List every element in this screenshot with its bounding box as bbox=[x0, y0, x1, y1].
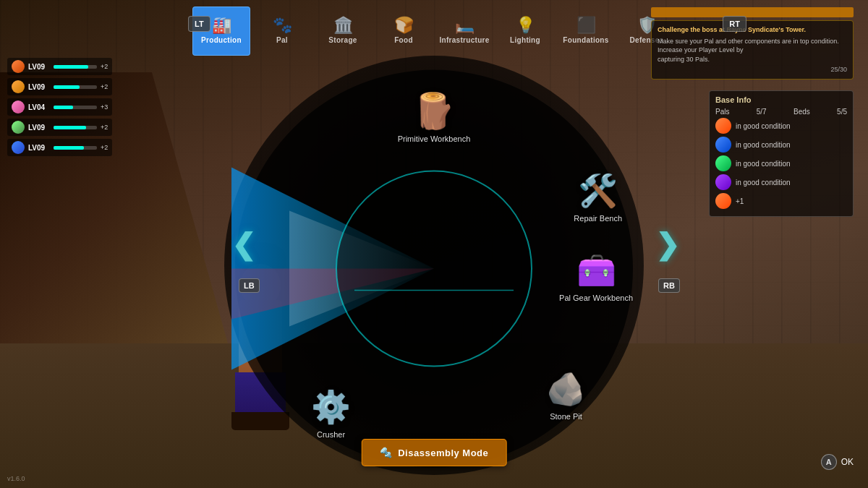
foundations-icon: ⬛ bbox=[576, 17, 596, 33]
nav-item-pal[interactable]: 🐾 Pal bbox=[253, 7, 311, 56]
crusher-icon: ⚙️ bbox=[307, 387, 354, 427]
pal-status-5: +1 bbox=[715, 193, 847, 209]
pals-label: Pals bbox=[715, 108, 729, 116]
stat-bar-container-5 bbox=[54, 146, 97, 150]
radial-menu-container: 🪵 Primitive Workbench 🛠️ Repair Bench 🧰 … bbox=[231, 66, 637, 471]
pal-gear-workbench-icon: 🧰 bbox=[573, 250, 620, 290]
pal-status-text-5: +1 bbox=[736, 197, 744, 205]
ok-key: A bbox=[821, 454, 837, 470]
pal-status-text-3: in good condition bbox=[736, 160, 791, 168]
rb-button[interactable]: RB bbox=[658, 278, 680, 293]
nav-item-storage[interactable]: 🏛️ Storage bbox=[314, 7, 372, 56]
nav-label-production: Production bbox=[201, 36, 242, 44]
quest-title: Challenge the boss at Rayne Syndicate's … bbox=[658, 25, 847, 35]
pal-avatar-3 bbox=[715, 155, 731, 171]
pal-avatar-5 bbox=[715, 193, 731, 209]
disassembly-label: Disassembly Mode bbox=[398, 448, 488, 458]
storage-icon: 🏛️ bbox=[333, 17, 353, 33]
pal-avatar-1 bbox=[715, 118, 731, 134]
stat-bar-container-1 bbox=[54, 65, 97, 69]
nav-item-foundations[interactable]: ⬛ Foundations bbox=[557, 7, 615, 56]
pal-gear-workbench-label: Pal Gear Workbench bbox=[559, 293, 633, 301]
nav-item-food[interactable]: 🍞 Food bbox=[375, 7, 433, 56]
stat-value-2: +2 bbox=[101, 83, 108, 90]
stone-pit-icon: 🪨 bbox=[542, 369, 590, 408]
stat-level-5: LV09 bbox=[28, 144, 50, 152]
production-icon: 🏭 bbox=[212, 17, 231, 33]
crusher-label: Crusher bbox=[317, 429, 345, 438]
left-arrow-button[interactable]: ❮ bbox=[231, 228, 256, 261]
stat-row-3: LV04 +3 bbox=[7, 98, 112, 116]
stat-bar-2 bbox=[54, 85, 80, 89]
pal-avatar-2 bbox=[715, 137, 731, 153]
stat-avatar-5 bbox=[12, 141, 25, 154]
quest-text-box: Challenge the boss at Rayne Syndicate's … bbox=[651, 20, 854, 80]
svg-point-1 bbox=[336, 171, 532, 366]
radial-item-primitive-workbench[interactable]: 🪵 Primitive Workbench bbox=[398, 91, 471, 142]
nav-item-lighting[interactable]: 💡 Lighting bbox=[496, 7, 554, 56]
pal-status-text-4: in good condition bbox=[736, 179, 791, 187]
beds-value: 5/5 bbox=[837, 108, 847, 116]
repair-bench-label: Repair Bench bbox=[574, 213, 622, 222]
primitive-workbench-icon: 🪵 bbox=[410, 91, 457, 131]
pal-icon: 🐾 bbox=[273, 17, 292, 33]
nav-label-food: Food bbox=[394, 36, 413, 44]
quest-progress: 25/30 bbox=[658, 65, 847, 74]
pal-status-text-1: in good condition bbox=[736, 122, 791, 130]
quest-desc: Make sure your Pal and other components … bbox=[658, 37, 847, 64]
nav-label-lighting: Lighting bbox=[510, 36, 540, 44]
base-info-panel: Base Info Pals 5/7 Beds 5/5 in good cond… bbox=[709, 90, 854, 217]
disassembly-icon: 🔩 bbox=[380, 447, 393, 458]
stat-value-1: +2 bbox=[101, 63, 108, 70]
quest-progress-bar bbox=[651, 7, 854, 17]
stat-avatar-3 bbox=[12, 100, 25, 114]
stat-value-3: +3 bbox=[101, 103, 108, 111]
stat-level-3: LV04 bbox=[28, 103, 50, 111]
stat-avatar-2 bbox=[12, 80, 25, 93]
stat-bar-container-2 bbox=[54, 85, 97, 89]
nav-label-foundations: Foundations bbox=[563, 36, 608, 44]
radial-item-stone-pit[interactable]: 🪨 Stone Pit bbox=[542, 369, 590, 420]
nav-label-pal: Pal bbox=[276, 36, 288, 44]
nav-item-infrastructure[interactable]: 🛏️ Infrastructure bbox=[435, 7, 493, 56]
radial-item-pal-gear-workbench[interactable]: 🧰 Pal Gear Workbench bbox=[559, 250, 633, 301]
radial-item-repair-bench[interactable]: 🛠️ Repair Bench bbox=[574, 171, 622, 222]
stat-bar-1 bbox=[54, 65, 88, 69]
ok-button[interactable]: A OK bbox=[821, 454, 854, 470]
food-icon: 🍞 bbox=[394, 17, 414, 33]
pal-status-2: in good condition bbox=[715, 137, 847, 153]
lt-button[interactable]: LT bbox=[188, 16, 210, 32]
pal-status-text-2: in good condition bbox=[736, 141, 791, 149]
repair-bench-icon: 🛠️ bbox=[574, 171, 621, 210]
version-label: v1.6.0 bbox=[7, 475, 25, 482]
stone-pit-label: Stone Pit bbox=[550, 411, 582, 420]
beds-label: Beds bbox=[793, 108, 810, 116]
infra-icon: 🛏️ bbox=[455, 17, 475, 33]
pals-value: 5/7 bbox=[757, 108, 767, 116]
stat-row-1: LV09 +2 bbox=[7, 58, 112, 75]
nav-label-storage: Storage bbox=[328, 36, 357, 44]
primitive-workbench-label: Primitive Workbench bbox=[398, 134, 471, 142]
pal-status-1: in good condition bbox=[715, 118, 847, 134]
radial-item-crusher[interactable]: ⚙️ Crusher bbox=[307, 387, 354, 438]
stat-avatar-4 bbox=[12, 121, 25, 134]
stat-bar-container-4 bbox=[54, 126, 97, 129]
stat-bar-container-3 bbox=[54, 106, 97, 109]
stat-row-5: LV09 +2 bbox=[7, 139, 112, 156]
base-info-title: Base Info bbox=[715, 95, 847, 104]
lb-button[interactable]: LB bbox=[239, 278, 260, 293]
ok-label: OK bbox=[841, 457, 854, 467]
pal-avatar-4 bbox=[715, 174, 731, 190]
quest-panel: Challenge the boss at Rayne Syndicate's … bbox=[651, 7, 854, 80]
disassembly-mode-button[interactable]: 🔩 Disassembly Mode bbox=[362, 439, 507, 466]
rt-button[interactable]: RT bbox=[723, 16, 746, 32]
stat-bar-5 bbox=[54, 146, 84, 150]
base-info-pals-row: Pals 5/7 Beds 5/5 bbox=[715, 108, 847, 116]
stat-row-4: LV09 +2 bbox=[7, 119, 112, 136]
stat-bar-4 bbox=[54, 126, 86, 129]
player-stats-panel: LV09 +2 LV09 +2 LV04 +3 LV09 +2 LV09 bbox=[7, 58, 112, 156]
lighting-icon: 💡 bbox=[516, 17, 535, 33]
stat-avatar-1 bbox=[12, 60, 25, 73]
right-arrow-button[interactable]: ❯ bbox=[655, 228, 680, 261]
stat-level-2: LV09 bbox=[28, 83, 50, 91]
